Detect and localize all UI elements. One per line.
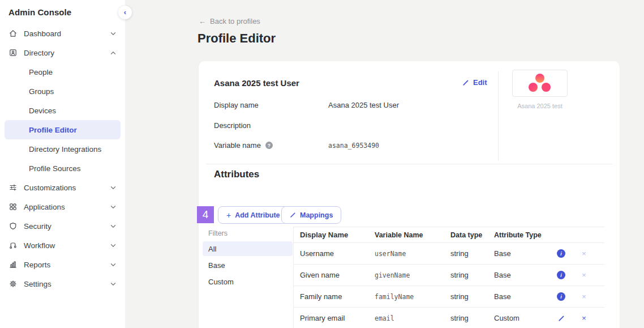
- info-icon[interactable]: i: [557, 249, 565, 258]
- cell-data-type: string: [450, 292, 494, 301]
- sidebar-item-label: Customizations: [24, 184, 76, 192]
- sidebar-item-devices[interactable]: Devices: [0, 101, 125, 120]
- shield-icon: [8, 221, 18, 231]
- column-header-attribute-type: Attribute Type: [494, 231, 548, 239]
- pencil-icon: [290, 212, 296, 218]
- close-icon[interactable]: ×: [580, 250, 588, 258]
- cell-variable-name: userName: [375, 250, 450, 258]
- attributes-title: Attributes: [214, 169, 259, 180]
- sidebar-item-workflow[interactable]: Workflow: [0, 236, 125, 255]
- sidebar-item-label: Dashboard: [24, 29, 61, 38]
- add-attribute-label: Add Attribute: [235, 211, 280, 219]
- sidebar-item-label: Workflow: [24, 241, 55, 250]
- sidebar-item-directory[interactable]: Directory: [0, 43, 125, 62]
- add-attribute-button[interactable]: + Add Attribute: [218, 206, 289, 224]
- plus-icon: +: [226, 211, 231, 219]
- sidebar-item-label: Reports: [24, 261, 50, 269]
- column-header-variable-name: Variable Name: [375, 231, 450, 239]
- back-arrow-icon: ←: [199, 17, 206, 25]
- home-icon: [8, 29, 18, 38]
- filter-option-base[interactable]: Base: [203, 258, 293, 272]
- sidebar-item-label: Settings: [24, 280, 51, 288]
- chevron-down-icon: [110, 263, 116, 267]
- sidebar-item-groups[interactable]: Groups: [0, 82, 125, 101]
- asana-logo-box: [512, 70, 568, 97]
- cell-display-name: Given name: [300, 271, 375, 279]
- cell-variable-name: givenName: [375, 271, 450, 279]
- sidebar-item-label: Profile Sources: [29, 164, 81, 173]
- info-icon[interactable]: i: [557, 271, 565, 279]
- logo-caption: Asana 2025 test: [495, 103, 585, 109]
- filters-label: Filters: [208, 229, 227, 237]
- sidebar-item-profile-editor[interactable]: Profile Editor: [5, 120, 121, 139]
- column-header-data-type: Data type: [450, 231, 494, 239]
- cell-variable-name: familyName: [375, 293, 450, 301]
- attributes-table: Display Name Variable Name Data type Att…: [293, 227, 604, 328]
- sidebar-item-settings[interactable]: Settings: [0, 274, 125, 293]
- close-icon[interactable]: ×: [580, 293, 588, 301]
- sidebar-nav: Dashboard Directory People Groups Device…: [0, 24, 125, 293]
- pencil-icon[interactable]: [557, 314, 565, 322]
- cell-data-type: string: [450, 249, 494, 258]
- table-row-given-name: Given name givenName string Base i ×: [293, 265, 604, 286]
- chevron-down-icon: [110, 224, 116, 228]
- info-icon[interactable]: i: [557, 292, 565, 301]
- app-title: Admin Console: [8, 7, 71, 17]
- chevron-down-icon: [110, 32, 116, 36]
- sidebar-item-directory-integrations[interactable]: Directory Integrations: [0, 139, 125, 159]
- sidebar-item-customizations[interactable]: Customizations: [0, 178, 125, 197]
- edit-button[interactable]: Edit: [462, 78, 487, 87]
- sidebar-item-reports[interactable]: Reports: [0, 255, 125, 274]
- sidebar-item-dashboard[interactable]: Dashboard: [0, 24, 125, 43]
- sidebar-collapse-button[interactable]: ‹: [118, 6, 132, 19]
- sidebar-item-label: People: [29, 68, 53, 76]
- chevron-down-icon: [110, 244, 116, 248]
- close-icon[interactable]: ×: [580, 314, 588, 322]
- mappings-button[interactable]: Mappings: [281, 206, 341, 224]
- field-value-display-name: Asana 2025 test User: [328, 101, 399, 109]
- cell-display-name: Family name: [300, 292, 375, 301]
- sidebar-item-security[interactable]: Security: [0, 216, 125, 236]
- chevron-down-icon: [110, 282, 116, 286]
- column-header-display-name: Display Name: [300, 231, 375, 239]
- cell-attribute-type: Custom: [494, 314, 548, 322]
- cell-display-name: Primary email: [300, 314, 375, 322]
- sidebar: Admin Console ‹ Dashboard Directory Peop…: [0, 0, 125, 328]
- sliders-icon: [8, 183, 18, 192]
- field-value-variable-name: asana_6953490: [328, 142, 379, 150]
- close-icon[interactable]: ×: [580, 271, 588, 279]
- annotation-badge-4: 4: [197, 206, 214, 223]
- field-label-description: Description: [214, 121, 251, 130]
- sidebar-item-label: Security: [24, 222, 51, 231]
- filter-option-custom[interactable]: Custom: [203, 274, 293, 289]
- workflow-icon: [8, 241, 18, 250]
- gear-icon: [8, 279, 18, 288]
- help-icon[interactable]: ?: [265, 142, 273, 149]
- cell-display-name: Username: [300, 249, 375, 258]
- asana-logo-dot: [535, 74, 544, 83]
- cell-variable-name: email: [375, 314, 450, 322]
- table-row-username: Username userName string Base i ×: [293, 243, 604, 265]
- field-label-variable-name: Variable name ?: [214, 141, 273, 150]
- bar-chart-icon: [8, 260, 18, 269]
- edit-button-label: Edit: [473, 78, 487, 87]
- back-to-profiles-link[interactable]: ← Back to profiles: [199, 17, 260, 25]
- chevron-left-icon: ‹: [124, 8, 126, 16]
- cell-attribute-type: Base: [494, 271, 548, 279]
- back-link-label: Back to profiles: [210, 17, 260, 25]
- sidebar-item-people[interactable]: People: [0, 62, 125, 82]
- chevron-up-icon: [110, 51, 116, 55]
- filter-option-all[interactable]: All: [203, 241, 293, 256]
- directory-icon: [8, 48, 18, 57]
- sidebar-item-profile-sources[interactable]: Profile Sources: [0, 159, 125, 178]
- cell-data-type: string: [450, 314, 494, 322]
- asana-logo-dot: [542, 83, 551, 92]
- cell-attribute-type: Base: [494, 249, 548, 258]
- field-label-display-name: Display name: [214, 101, 259, 109]
- table-row-family-name: Family name familyName string Base i ×: [293, 286, 604, 308]
- sidebar-item-applications[interactable]: Applications: [0, 197, 125, 216]
- mappings-label: Mappings: [300, 211, 333, 219]
- sidebar-item-label: Directory Integrations: [29, 145, 101, 154]
- grid-icon: [8, 202, 18, 211]
- sidebar-item-label: Applications: [24, 203, 65, 211]
